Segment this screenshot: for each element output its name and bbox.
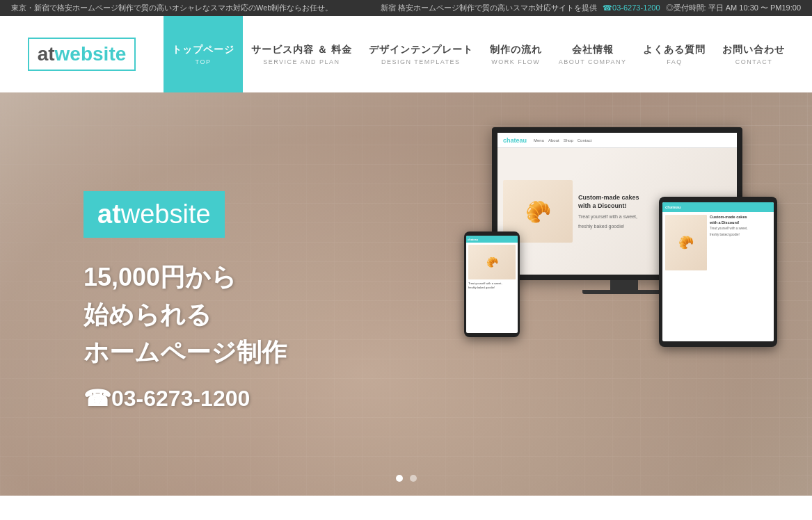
topbar-hours: ◎受付時間: 平日 AM 10:30 〜 PM19:00 <box>666 3 801 13</box>
phone-hero-image: 🥐 <box>468 245 516 279</box>
nav-item-about[interactable]: 会社情報 ABOUT COMPANY <box>550 16 635 92</box>
tablet-subtitle: with a Discount! <box>710 220 771 226</box>
hero-headline: 15,000円から 始められる ホームページ制作 <box>83 259 362 371</box>
hero-logo: at website <box>83 191 225 238</box>
desktop-nav-link-2: About <box>548 138 559 143</box>
nav-ja-faq: よくある質問 <box>643 44 706 56</box>
desktop-brand: chateau <box>503 137 527 144</box>
topbar-left-text: 東京・新宿で格安ホームページ制作で質の高いオシャレなスマホ対応のWeb制作ならお… <box>11 3 333 13</box>
top-bar: 東京・新宿で格安ホームページ制作で質の高いオシャレなスマホ対応のWeb制作ならお… <box>0 0 812 16</box>
desktop-nav-links: Menu About Shop Contact <box>534 138 591 143</box>
slider-dot-1[interactable] <box>396 475 403 482</box>
nav-item-design[interactable]: デザインテンプレート DESIGN TEMPLATES <box>360 16 481 92</box>
desktop-stand <box>610 280 638 290</box>
topbar-phone[interactable]: ☎03-6273-1200 <box>603 3 660 13</box>
nav-ja-contact: お問い合わせ <box>722 44 785 56</box>
tablet-title: Custom-made cakes <box>710 215 771 220</box>
nav-item-flow[interactable]: 制作の流れ WORK FLOW <box>481 16 550 92</box>
nav-en-service: SERVICE AND PLAN <box>263 58 340 65</box>
phone-text: Treat yourself with a sweet, freshly bak… <box>468 282 516 290</box>
nav-en-about: ABOUT COMPANY <box>559 58 627 65</box>
header: at website トップページ TOP サービス内容 ＆ 料金 SERVIC… <box>0 16 812 92</box>
nav-ja-top: トップページ <box>172 44 234 56</box>
tablet-body: Treat yourself with a sweet, <box>710 227 771 231</box>
tablet-content: 🥐 Custom-made cakes with a Discount! Tre… <box>662 212 774 273</box>
topbar-right: 新宿 格安ホームページ制作で質の高いスマホ対応サイトを提供 ☎03-6273-1… <box>381 3 801 13</box>
phone-body: chateau 🥐 Treat yourself with a sweet, f… <box>464 231 520 337</box>
nav-item-top[interactable]: トップページ TOP <box>164 16 243 92</box>
mockup-phone: chateau 🥐 Treat yourself with a sweet, f… <box>464 231 520 337</box>
tablet-text: Custom-made cakes with a Discount! Treat… <box>710 215 771 270</box>
hero-section: at website 15,000円から 始められる ホームページ制作 ☎03-… <box>0 92 812 496</box>
phone-subtitle: freshly baked goodie! <box>468 286 516 290</box>
nav-item-faq[interactable]: よくある質問 FAQ <box>635 16 714 92</box>
nav-ja-about: 会社情報 <box>572 44 614 56</box>
logo-area[interactable]: at website <box>0 16 164 92</box>
desktop-nav-bar: chateau Menu About Shop Contact <box>497 133 737 148</box>
desktop-base <box>582 290 666 294</box>
hero-headline-line3: ホームページ制作 <box>83 334 362 371</box>
tablet-brand: chateau <box>665 205 681 209</box>
tablet-hero-image: 🥐 <box>665 215 707 270</box>
phone-brand: chateau <box>468 238 478 241</box>
main-nav: トップページ TOP サービス内容 ＆ 料金 SERVICE AND PLAN … <box>164 16 812 92</box>
phone-icon: ☎ <box>83 386 111 411</box>
hero-logo-at: at <box>97 200 121 229</box>
nav-en-top: TOP <box>196 58 212 65</box>
mockup-tablet: chateau 🥐 Custom-made cakes with a Disco… <box>659 197 777 347</box>
desktop-nav-link-4: Contact <box>578 138 592 143</box>
hero-phone[interactable]: ☎03-6273-1200 <box>83 385 362 412</box>
tablet-nav: chateau <box>662 202 774 212</box>
hero-logo-website: website <box>121 200 211 229</box>
nav-en-faq: FAQ <box>667 58 683 65</box>
slider-dots <box>396 475 417 482</box>
hero-right-content: chateau Menu About Shop Contact 🥐 <box>362 92 812 496</box>
hero-left-content: at website 15,000円から 始められる ホームページ制作 ☎03-… <box>0 177 362 412</box>
phone-inner: chateau 🥐 Treat yourself with a sweet, f… <box>466 236 518 333</box>
topbar-right-prefix: 新宿 格安ホームページ制作で質の高いスマホ対応サイトを提供 <box>381 3 597 13</box>
nav-item-contact[interactable]: お問い合わせ CONTACT <box>714 16 793 92</box>
hero-headline-line1: 15,000円から <box>83 259 362 296</box>
hero-phone-number: 03-6273-1200 <box>111 386 250 411</box>
nav-en-contact: CONTACT <box>735 58 772 65</box>
nav-ja-service: サービス内容 ＆ 料金 <box>251 44 352 56</box>
tablet-inner: chateau 🥐 Custom-made cakes with a Disco… <box>662 202 774 341</box>
tablet-screen: chateau 🥐 Custom-made cakes with a Disco… <box>659 197 777 347</box>
nav-ja-design: デザインテンプレート <box>369 44 473 56</box>
croissant-icon: 🥐 <box>525 200 551 224</box>
nav-en-flow: WORK FLOW <box>491 58 540 65</box>
tablet-body2: freshly baked goodie! <box>710 233 771 237</box>
logo-box: at website <box>28 38 136 71</box>
nav-item-service[interactable]: サービス内容 ＆ 料金 SERVICE AND PLAN <box>243 16 360 92</box>
phone-content: 🥐 Treat yourself with a sweet, freshly b… <box>466 243 518 292</box>
desktop-nav-link-1: Menu <box>534 138 544 143</box>
slider-dot-2[interactable] <box>410 475 417 482</box>
hero-headline-line2: 始められる <box>83 296 362 334</box>
logo-at: at <box>38 43 55 65</box>
phone-nav: chateau <box>466 236 518 243</box>
desktop-nav-link-3: Shop <box>564 138 573 143</box>
nav-en-design: DESIGN TEMPLATES <box>381 58 461 65</box>
logo-website: website <box>55 43 127 65</box>
nav-ja-flow: 制作の流れ <box>490 44 542 56</box>
